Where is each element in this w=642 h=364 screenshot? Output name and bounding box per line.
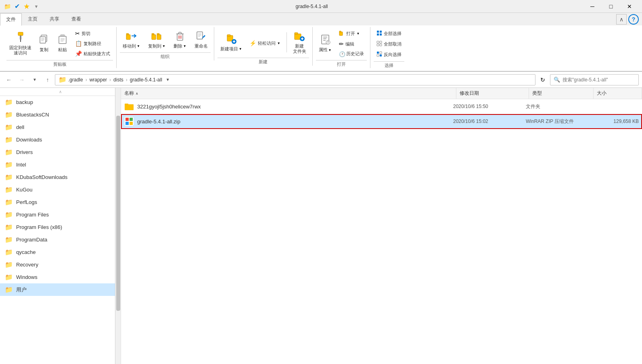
breadcrumb-dists[interactable]: dists [113, 77, 123, 83]
sidebar-scrollbar-thumb[interactable] [116, 116, 120, 311]
sidebar-item-label-downloads: Downloads [16, 137, 42, 143]
properties-label: 属性 [319, 47, 328, 52]
sidebar-item-programfiles86[interactable]: 📁 Program Files (x86) [0, 221, 121, 233]
sidebar-scroll-up[interactable]: ∧ [0, 88, 121, 96]
dropdown-icon-title: ▼ [32, 2, 40, 10]
sidebar-item-kugou[interactable]: 📁 KuGou [0, 183, 121, 196]
svg-rect-19 [157, 33, 159, 35]
sidebar-item-users[interactable]: 📁 用户 [0, 283, 121, 296]
search-bar[interactable]: 🔍 [550, 74, 639, 85]
recent-locations-button[interactable]: ▼ [29, 74, 40, 85]
copy-icon [39, 34, 49, 46]
ribbon-collapse-button[interactable]: ∧ [616, 14, 627, 25]
col-date-label: 修改日期 [460, 90, 479, 97]
delete-button[interactable]: 删除 ▼ [171, 29, 189, 51]
breadcrumb-current[interactable]: gradle-5.4.1-all [130, 77, 162, 83]
svg-rect-52 [377, 33, 379, 35]
sidebar-item-intel[interactable]: 📁 Intel [0, 158, 121, 171]
col-header-date[interactable]: 修改日期 [456, 88, 529, 99]
sidebar-item-recovery[interactable]: 📁 Recovery [0, 258, 121, 271]
breadcrumb-sep-2: › [109, 77, 111, 83]
open-small-btns: 打开 ▼ ✏ 编辑 🕐 历史记录 [336, 29, 367, 58]
minimize-button[interactable]: ─ [583, 0, 602, 13]
tab-view[interactable]: 查看 [65, 13, 87, 25]
select-none-button[interactable]: 全部取消 [374, 39, 404, 49]
folder-icon-kduba: 📁 [5, 173, 13, 181]
col-header-type[interactable]: 类型 [529, 88, 594, 99]
invert-selection-button[interactable]: 反向选择 [374, 50, 404, 60]
tab-home[interactable]: 主页 [22, 13, 44, 25]
sidebar-item-downloads[interactable]: 📁 Downloads [0, 133, 121, 146]
select-all-button[interactable]: 全部选择 [374, 29, 404, 39]
file-row-folder[interactable]: 3221gyojl5jsh0helicew7rwx 2020/10/6 15:5… [121, 99, 642, 114]
tab-file[interactable]: 文件 [0, 13, 22, 26]
file-date-row1: 2020/10/6 15:50 [453, 104, 526, 109]
sidebar-item-drivers[interactable]: 📁 Drivers [0, 146, 121, 158]
sidebar-item-windows[interactable]: 📁 Windows [0, 271, 121, 283]
sidebar-item-programfiles[interactable]: 📁 Program Files [0, 208, 121, 221]
pin-to-quick-access-button[interactable]: 固定到快速速访问 [6, 29, 34, 58]
copy-path-button[interactable]: 📋 复制路径 [72, 39, 113, 48]
copy-button[interactable]: 复制 [35, 32, 53, 54]
sidebar-item-bluestackscn[interactable]: 📁 BluestacksCN [0, 108, 121, 121]
tab-share[interactable]: 共享 [44, 13, 65, 25]
refresh-button[interactable]: ↻ [537, 74, 548, 85]
cut-button[interactable]: ✂ 剪切 [72, 29, 113, 38]
sidebar-item-label-backup: backup [16, 99, 33, 105]
col-header-name[interactable]: 名称 ∧ [121, 88, 456, 99]
svg-rect-13 [126, 35, 130, 40]
easy-access-button[interactable]: ⚡ 轻松访问 ▼ [247, 38, 283, 48]
copy-to-button[interactable]: 复制到 ▼ [145, 29, 168, 51]
sidebar-item-label-programfiles: Program Files [16, 212, 49, 218]
sidebar-item-kduba[interactable]: 📁 KDubaSoftDownloads [0, 171, 121, 183]
folder-icon-windows: 📁 [5, 273, 13, 281]
svg-rect-50 [377, 31, 379, 33]
svg-rect-68 [125, 122, 129, 125]
breadcrumb-wrapper[interactable]: wrapper [90, 77, 107, 83]
cut-icon: ✂ [75, 30, 80, 37]
svg-rect-32 [227, 35, 230, 36]
svg-rect-55 [380, 41, 382, 43]
svg-rect-17 [152, 33, 154, 35]
window-controls: ─ □ ✕ [583, 0, 639, 13]
sidebar-item-perflogs[interactable]: 📁 PerfLogs [0, 196, 121, 208]
paste-shortcut-button[interactable]: 📌 粘贴快捷方式 [72, 49, 113, 58]
edit-label: 编辑 [345, 41, 354, 47]
help-button[interactable]: ? [628, 14, 639, 25]
svg-rect-42 [323, 37, 327, 37]
maximize-button[interactable]: □ [602, 0, 620, 13]
sidebar-item-qycache[interactable]: 📁 qycache [0, 246, 121, 258]
svg-point-47 [328, 43, 328, 44]
up-button[interactable]: ↑ [42, 74, 53, 85]
rename-label: 重命名 [194, 44, 208, 49]
back-button[interactable]: ← [3, 74, 15, 85]
sidebar-scrollbar[interactable] [115, 88, 121, 364]
sidebar-item-label-dell: dell [16, 124, 24, 130]
properties-button[interactable]: 属性 ▼ [316, 32, 335, 54]
close-button[interactable]: ✕ [620, 0, 639, 13]
folder-icon-dell: 📁 [5, 123, 13, 131]
paste-button[interactable]: 粘贴 [54, 32, 71, 54]
file-row-zip[interactable]: gradle-5.4.1-all.zip 2020/10/6 15:02 Win… [121, 114, 642, 129]
new-folder-button[interactable]: 新建文件夹 [290, 29, 309, 56]
address-bar[interactable]: 📁 .gradle › wrapper › dists › gradle-5.4… [55, 74, 535, 85]
svg-rect-67 [130, 118, 133, 121]
title-bar-icons: 📁 ✔ ★ ▼ [3, 2, 40, 10]
folder-icon-qycache: 📁 [5, 248, 13, 256]
search-input[interactable] [563, 77, 635, 83]
forward-button[interactable]: → [16, 74, 27, 85]
sidebar-item-backup[interactable]: 📁 backup [0, 96, 121, 108]
address-dropdown-button[interactable]: ▼ [164, 75, 172, 85]
col-header-size[interactable]: 大小 [594, 88, 642, 99]
breadcrumb-gradle[interactable]: .gradle [68, 77, 83, 83]
open-button[interactable]: 打开 ▼ [336, 29, 367, 39]
move-to-button[interactable]: 移动到 ▼ [120, 29, 143, 51]
new-item-button[interactable]: 新建项目 ▼ [217, 31, 245, 54]
history-button[interactable]: 🕐 历史记录 [336, 49, 367, 58]
sidebar-item-dell[interactable]: 📁 dell [0, 121, 121, 133]
rename-button[interactable]: 重命名 [192, 29, 211, 51]
sidebar-item-label-kugou: KuGou [16, 187, 32, 193]
sidebar-item-programdata[interactable]: 📁 ProgramData [0, 233, 121, 246]
edit-button[interactable]: ✏ 编辑 [336, 39, 367, 49]
easy-access-icon: ⚡ [249, 40, 256, 46]
